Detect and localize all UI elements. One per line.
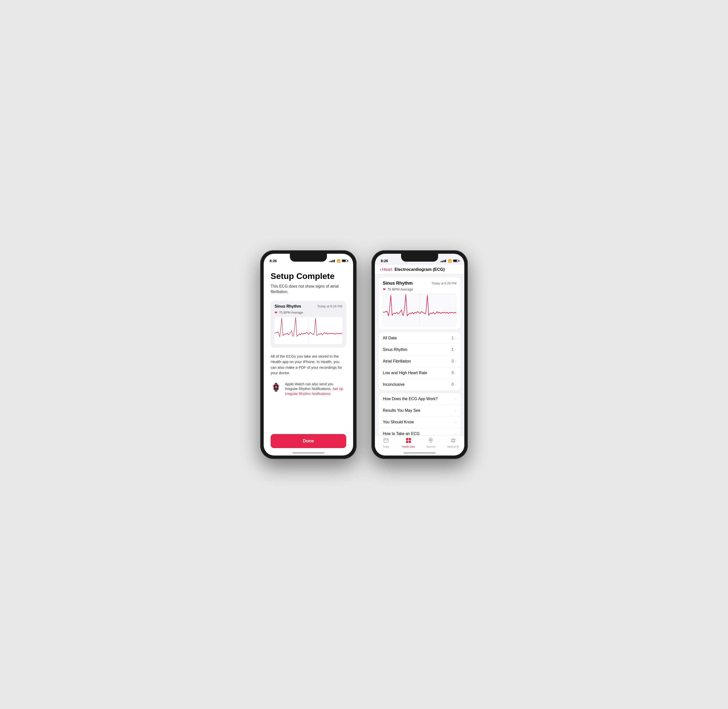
phone2-screen: 8:26 📶 ‹ Heart xyxy=(375,254,464,455)
ecg-summary-header: Sinus Rhythm Today at 8:26 PM xyxy=(383,281,456,286)
tab-medical-id-icon xyxy=(450,438,456,445)
ecg-summary-card: Sinus Rhythm Today at 8:26 PM ❤ 75 BPM A… xyxy=(379,277,460,330)
data-row-right-inconclusive: 0 › xyxy=(451,382,456,387)
chevron-right-icon-how-ecg: › xyxy=(455,397,456,401)
data-row-right-afib: 0 › xyxy=(451,359,456,363)
data-row-count-inconclusive: 0 xyxy=(451,382,454,387)
data-row-afib[interactable]: Atrial Fibrillation 0 › xyxy=(379,356,460,367)
chevron-right-icon-inconclusive: › xyxy=(455,382,456,387)
svg-rect-9 xyxy=(272,385,274,386)
status-icons-2: 📶 xyxy=(441,259,459,263)
svg-rect-4 xyxy=(275,390,277,392)
tab-sources[interactable]: Sources xyxy=(419,438,442,448)
chevron-right-icon-afib: › xyxy=(455,359,456,363)
tab-health-data[interactable]: Health Data xyxy=(397,438,420,448)
tab-health-data-label: Health Data xyxy=(402,445,415,448)
done-button[interactable]: Done xyxy=(271,434,346,448)
data-row-inconclusive[interactable]: Inconclusive 0 › xyxy=(379,379,460,390)
ecg-bpm-text-1: 75 BPM Average xyxy=(279,311,303,314)
svg-rect-18 xyxy=(409,438,411,440)
back-label: Heart xyxy=(382,267,392,272)
nav-title: Electrocardiogram (ECG) xyxy=(395,267,444,272)
tab-today[interactable]: Today xyxy=(375,438,397,448)
ecg-card-time-1: Today at 8:26 PM xyxy=(317,305,342,308)
back-button[interactable]: ‹ Heart xyxy=(380,267,392,272)
phones-container: 8:26 📶 Setup Complete This ECG xyxy=(260,250,468,459)
ecg-waveform-1 xyxy=(275,317,342,344)
chevron-right-icon-results: › xyxy=(455,408,456,413)
ecg-card-title-1: Sinus Rhythm xyxy=(275,304,301,309)
info-row-know[interactable]: You Should Know › xyxy=(379,416,460,428)
chevron-right-icon-sinus: › xyxy=(455,348,456,352)
data-row-right-sinus: 1 › xyxy=(451,347,456,352)
chevron-left-icon: ‹ xyxy=(380,267,381,272)
svg-rect-19 xyxy=(406,441,408,443)
data-row-label-low-high: Low and High Heart Rate xyxy=(383,371,427,375)
tab-medical-id[interactable]: Medical ID xyxy=(442,438,464,448)
phone2: 8:26 📶 ‹ Heart xyxy=(371,250,468,459)
data-row-label-sinus: Sinus Rhythm xyxy=(383,347,408,352)
tab-today-label: Today xyxy=(383,445,389,448)
svg-rect-15 xyxy=(386,441,386,441)
nav-bar: ‹ Heart Electrocardiogram (ECG) xyxy=(375,265,464,274)
svg-rect-8 xyxy=(276,387,277,388)
svg-rect-20 xyxy=(409,441,411,443)
heart-icon-1: ❤ xyxy=(275,311,278,315)
data-row-low-high[interactable]: Low and High Heart Rate 0 › xyxy=(379,367,460,379)
setup-title: Setup Complete xyxy=(271,271,346,281)
chevron-right-icon-low-high: › xyxy=(455,371,456,375)
info-row-label-results: Results You May See xyxy=(383,408,420,413)
ecg-summary-time: Today at 8:26 PM xyxy=(431,282,456,285)
data-row-right-all-data: 1 › xyxy=(451,336,456,340)
svg-rect-16 xyxy=(387,441,387,441)
info-section: How Does the ECG App Work? › Results You… xyxy=(379,393,460,439)
chevron-right-icon-all-data: › xyxy=(455,336,456,340)
home-indicator-1 xyxy=(292,452,325,454)
notch2 xyxy=(401,254,438,262)
ecg-card-header-1: Sinus Rhythm Today at 8:26 PM xyxy=(275,304,342,309)
tab-health-data-icon xyxy=(406,438,411,445)
phone1-screen: 8:26 📶 Setup Complete This ECG xyxy=(264,254,353,455)
screen2-content[interactable]: Sinus Rhythm Today at 8:26 PM ❤ 75 BPM A… xyxy=(375,274,464,440)
signal-dots-2 xyxy=(441,260,446,262)
signal-dots-1 xyxy=(329,260,335,262)
info-row-how-ecg[interactable]: How Does the ECG App Work? › xyxy=(379,393,460,405)
info-row-label-how-ecg: How Does the ECG App Work? xyxy=(383,397,438,401)
ecg-bpm-1: ❤ 75 BPM Average xyxy=(275,311,342,315)
home-indicator-2 xyxy=(403,452,436,454)
ecg-summary-title: Sinus Rhythm xyxy=(383,281,413,286)
data-row-right-low-high: 0 › xyxy=(451,371,456,375)
info-row-label-know: You Should Know xyxy=(383,420,414,425)
tab-today-icon xyxy=(383,438,389,445)
status-time-2: 8:26 xyxy=(381,259,388,263)
status-icons-1: 📶 xyxy=(329,259,347,263)
battery-icon-1 xyxy=(342,260,347,262)
irn-text-container: Apple Watch can also send you Irregular … xyxy=(285,382,346,397)
irn-notice: Apple Watch can also send you Irregular … xyxy=(271,382,346,397)
wifi-icon-1: 📶 xyxy=(337,259,341,263)
irn-text: Apple Watch can also send you Irregular … xyxy=(285,382,333,391)
ecg-summary-bpm-text: 75 BPM Average xyxy=(387,287,413,291)
ecg-summary-chart xyxy=(383,294,456,326)
svg-rect-14 xyxy=(385,441,385,441)
setup-description: All of the ECGs you take are stored in t… xyxy=(271,354,346,376)
data-row-label-all-data: All Data xyxy=(383,336,397,340)
data-row-count-low-high: 0 xyxy=(451,371,454,375)
tab-medical-id-label: Medical ID xyxy=(447,445,459,448)
data-row-count-afib: 0 xyxy=(451,359,454,363)
ecg-card-1: Sinus Rhythm Today at 8:26 PM ❤ 75 BPM A… xyxy=(271,301,346,348)
info-row-results[interactable]: Results You May See › xyxy=(379,405,460,416)
ecg-summary-bpm: ❤ 75 BPM Average xyxy=(383,287,456,291)
svg-rect-3 xyxy=(275,383,277,385)
watch-icon xyxy=(271,382,281,393)
ecg-waveform-2 xyxy=(383,294,456,326)
data-row-count-all-data: 1 xyxy=(451,336,454,340)
data-row-label-afib: Atrial Fibrillation xyxy=(383,359,411,363)
battery-icon-2 xyxy=(453,260,459,262)
data-row-all-data[interactable]: All Data 1 › xyxy=(379,333,460,344)
setup-subtitle: This ECG does not show signs of atrial f… xyxy=(271,284,346,295)
phone1: 8:26 📶 Setup Complete This ECG xyxy=(260,250,357,459)
status-time-1: 8:26 xyxy=(269,259,277,263)
data-row-sinus[interactable]: Sinus Rhythm 1 › xyxy=(379,344,460,356)
ecg-chart-1 xyxy=(275,317,342,344)
